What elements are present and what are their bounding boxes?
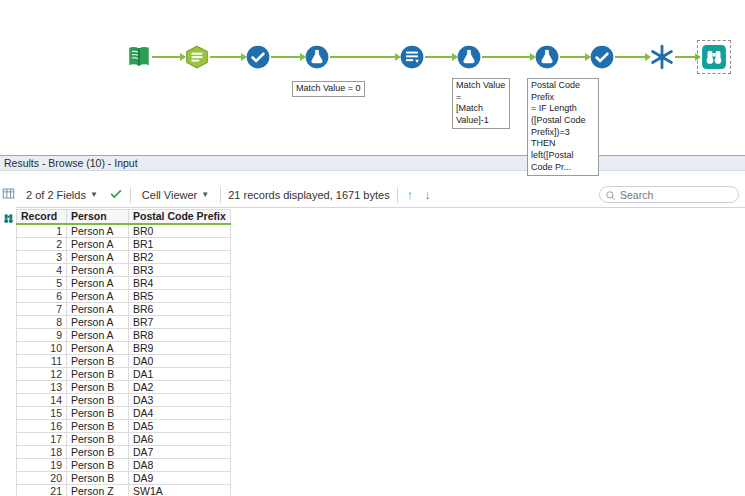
person-cell: Person B	[67, 406, 129, 419]
formula-tool-3[interactable]	[534, 44, 560, 70]
results-toolbar: 2 of 2 Fields ▼ Cell Viewer ▼ 21 records…	[16, 182, 745, 208]
cell-viewer-label: Cell Viewer	[142, 189, 197, 201]
column-header-person[interactable]: Person	[67, 210, 129, 224]
select-tool-2[interactable]	[589, 44, 615, 70]
record-cell: 13	[17, 380, 67, 393]
cell-viewer-dropdown[interactable]: Cell Viewer ▼	[138, 187, 213, 203]
postal-cell: DA2	[129, 380, 231, 393]
search-input[interactable]	[599, 186, 739, 203]
connector	[675, 56, 699, 58]
table-row[interactable]: 4Person ABR3	[17, 263, 231, 276]
table-row[interactable]: 2Person ABR1	[17, 237, 231, 250]
browse-tool[interactable]	[701, 44, 727, 70]
postal-cell: BR9	[129, 341, 231, 354]
formula-tool-1[interactable]	[304, 44, 330, 70]
input-data-tool[interactable]	[126, 44, 152, 70]
person-cell: Person A	[67, 263, 129, 276]
postal-cell: BR0	[129, 224, 231, 238]
table-row[interactable]: 10Person ABR9	[17, 341, 231, 354]
table-row[interactable]: 11Person BDA0	[17, 354, 231, 367]
record-cell: 12	[17, 367, 67, 380]
table-row[interactable]: 15Person BDA4	[17, 406, 231, 419]
snowflake-icon	[649, 44, 675, 70]
input-data-icon	[126, 44, 152, 70]
table-row[interactable]: 6Person ABR5	[17, 289, 231, 302]
postal-cell: DA8	[129, 458, 231, 471]
toolbar-separator	[130, 187, 131, 203]
record-cell: 4	[17, 263, 67, 276]
person-cell: Person B	[67, 432, 129, 445]
results-panel-title[interactable]: Results - Browse (10) - Input	[0, 155, 745, 171]
formula-tool-2[interactable]	[456, 44, 482, 70]
record-cell: 8	[17, 315, 67, 328]
postal-cell: DA4	[129, 406, 231, 419]
table-row[interactable]: 21Person ZSW1A	[17, 484, 231, 496]
column-header-postal[interactable]: Postal Code Prefix	[129, 210, 231, 224]
table-row[interactable]: 8Person ABR7	[17, 315, 231, 328]
person-cell: Person A	[67, 224, 129, 238]
table-view-icon[interactable]	[2, 186, 15, 204]
fields-dropdown[interactable]: 2 of 2 Fields ▼	[22, 187, 102, 203]
person-cell: Person B	[67, 471, 129, 484]
table-row[interactable]: 12Person BDA1	[17, 367, 231, 380]
move-down-button[interactable]: ↓	[422, 187, 433, 202]
table-row[interactable]: 19Person BDA8	[17, 458, 231, 471]
fields-dropdown-label: 2 of 2 Fields	[26, 189, 86, 201]
person-cell: Person B	[67, 445, 129, 458]
flask-icon	[534, 44, 560, 70]
apply-check-icon[interactable]	[109, 187, 123, 203]
postal-cell: DA6	[129, 432, 231, 445]
record-cell: 5	[17, 276, 67, 289]
annotation-formula-decrement[interactable]: Match Value = [Match Value]-1	[452, 78, 510, 129]
column-header-record[interactable]: Record	[17, 210, 67, 224]
annotation-formula-postal[interactable]: Postal Code Prefix = IF Length ([Postal …	[527, 78, 599, 176]
postal-cell: BR2	[129, 250, 231, 263]
record-cell: 6	[17, 289, 67, 302]
record-cell: 17	[17, 432, 67, 445]
table-row[interactable]: 3Person ABR2	[17, 250, 231, 263]
workflow-canvas[interactable]: Match Value = 0 Match Value = [Match Val…	[0, 0, 745, 155]
join-multiple-tool[interactable]	[649, 44, 675, 70]
person-cell: Person Z	[67, 484, 129, 496]
table-row[interactable]: 9Person ABR8	[17, 328, 231, 341]
search-icon	[605, 190, 616, 201]
person-cell: Person B	[67, 419, 129, 432]
multi-row-formula-tool[interactable]	[399, 44, 425, 70]
table-row[interactable]: 7Person ABR6	[17, 302, 231, 315]
person-cell: Person A	[67, 302, 129, 315]
record-cell: 15	[17, 406, 67, 419]
table-row[interactable]: 20Person BDA9	[17, 471, 231, 484]
person-cell: Person B	[67, 354, 129, 367]
binoculars-icon	[701, 44, 727, 70]
person-cell: Person A	[67, 250, 129, 263]
record-cell: 16	[17, 419, 67, 432]
postal-cell: BR8	[129, 328, 231, 341]
table-row[interactable]: 18Person BDA7	[17, 445, 231, 458]
table-row[interactable]: 14Person BDA3	[17, 393, 231, 406]
postal-cell: BR4	[129, 276, 231, 289]
chevron-down-icon: ▼	[90, 190, 98, 199]
postal-cell: DA5	[129, 419, 231, 432]
move-up-button[interactable]: ↑	[405, 187, 416, 202]
browse-anchor-icon[interactable]	[2, 211, 15, 229]
record-cell: 14	[17, 393, 67, 406]
select-tool[interactable]	[245, 44, 271, 70]
person-cell: Person A	[67, 237, 129, 250]
annotation-formula-zero[interactable]: Match Value = 0	[292, 81, 365, 97]
record-cell: 9	[17, 328, 67, 341]
connector	[615, 56, 649, 58]
person-cell: Person A	[67, 341, 129, 354]
table-row[interactable]: 16Person BDA5	[17, 419, 231, 432]
person-cell: Person B	[67, 367, 129, 380]
person-cell: Person B	[67, 393, 129, 406]
person-cell: Person A	[67, 315, 129, 328]
multi-row-icon	[399, 44, 425, 70]
text-input-tool[interactable]	[184, 44, 210, 70]
table-row[interactable]: 5Person ABR4	[17, 276, 231, 289]
connector	[152, 56, 184, 58]
results-table: Record Person Postal Code Prefix 1Person…	[16, 209, 231, 496]
table-row[interactable]: 1Person ABR0	[17, 224, 231, 238]
table-row[interactable]: 17Person BDA6	[17, 432, 231, 445]
table-row[interactable]: 13Person BDA2	[17, 380, 231, 393]
text-input-icon	[184, 44, 210, 70]
